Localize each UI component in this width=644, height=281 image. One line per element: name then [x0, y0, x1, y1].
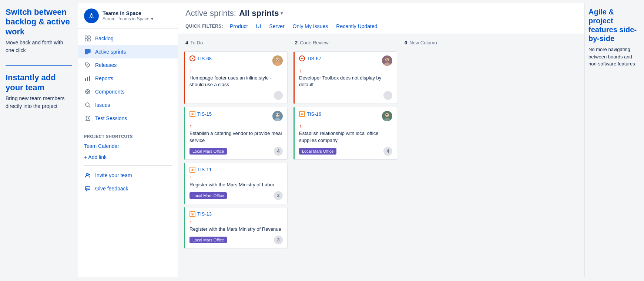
sidebar-item-backlog[interactable]: Backlog — [78, 32, 178, 45]
sidebar: Teams in Space Scrum: Teams in Space ▾ — [78, 3, 178, 277]
card-tis-11[interactable]: ◉ TIS-11 ↑ Register with the Mars Minist… — [184, 163, 288, 204]
sidebar-item-active-sprints-label: Active sprints — [95, 49, 126, 55]
filter-recently-updated[interactable]: Recently Updated — [335, 23, 379, 30]
column-new-header: 0 New Column — [403, 40, 492, 48]
sidebar-item-components[interactable]: Components — [78, 85, 178, 98]
card-tis-15-label: Local Mars Office — [189, 148, 227, 155]
nav-divider-1 — [84, 128, 172, 128]
card-tis-15-priority-icon: ↑ — [189, 123, 192, 129]
add-link-button[interactable]: + Add link — [78, 152, 178, 162]
reports-icon — [84, 75, 91, 82]
card-tis-16-id: TIS-16 — [307, 111, 321, 117]
svg-rect-3 — [88, 36, 90, 38]
card-tis-68-scroll-indicator — [274, 91, 283, 100]
card-tis-67-id-row: ● TIS-67 — [299, 55, 321, 61]
card-tis-68-title: Homepage footer uses an inline style - s… — [189, 75, 283, 88]
board-title: Active sprints: All sprints ▾ — [185, 9, 577, 18]
sidebar-item-invite-team-label: Invite your team — [95, 172, 132, 178]
test-sessions-icon — [84, 115, 91, 122]
annotation-team-title: Instantly add your team — [6, 73, 72, 92]
card-tis-16[interactable]: ◉ TIS-16 — [294, 107, 397, 159]
card-tis-16-title: Establish relationship with local office… — [299, 130, 392, 143]
project-type-dropdown-icon[interactable]: ▾ — [151, 16, 153, 21]
sidebar-item-active-sprints[interactable]: Active sprints — [78, 45, 178, 58]
card-tis-15[interactable]: ◉ TIS-15 — [184, 107, 288, 159]
annotation-divider-1 — [6, 65, 72, 66]
card-tis-16-type-icon: ◉ — [299, 111, 305, 117]
card-tis-13-title: Register with the Mars Ministry of Reven… — [189, 226, 283, 233]
card-tis-13-badge: 3 — [274, 236, 283, 244]
sprints-dropdown-icon[interactable]: ▾ — [281, 11, 283, 16]
svg-point-44 — [386, 114, 387, 115]
card-tis-13[interactable]: ◉ TIS-13 ↑ Register with the Mars Minist… — [184, 207, 288, 248]
card-tis-67-id: TIS-67 — [307, 56, 321, 61]
card-tis-68-top: ● TIS-68 — [189, 55, 283, 66]
card-tis-13-priority-icon: ↑ — [189, 219, 192, 224]
active-sprints-icon — [84, 48, 91, 55]
card-tis-15-avatar — [272, 111, 283, 121]
column-new-count: 0 — [405, 40, 407, 45]
svg-rect-5 — [88, 39, 90, 41]
column-todo: 4 To Do ● TIS-68 — [184, 40, 288, 248]
sidebar-item-test-sessions[interactable]: Test Sessions — [78, 112, 178, 125]
project-name: Teams in Space — [103, 10, 153, 16]
card-tis-16-top: ◉ TIS-16 — [299, 111, 392, 121]
column-code-review-header: 2 Code Review — [294, 40, 397, 48]
add-link-label: + Add link — [84, 154, 107, 160]
project-type: Scrum: Teams in Space ▾ — [103, 16, 153, 21]
svg-rect-2 — [85, 36, 87, 38]
card-tis-15-badge: 4 — [274, 147, 283, 156]
right-annotation-title: Agile & project features side-by-side — [588, 7, 640, 43]
sidebar-item-releases-label: Releases — [95, 62, 117, 68]
right-annotation-panel: Agile & project features side-by-side No… — [585, 0, 644, 75]
annotation-team: Instantly add your team Bring new team m… — [6, 73, 72, 110]
board-title-value: All sprints ▾ — [239, 9, 283, 18]
filter-product[interactable]: Product — [228, 23, 249, 30]
sidebar-shortcut-team-calendar[interactable]: Team Calendar — [78, 140, 178, 152]
annotation-team-text: Bring new team members directly into the… — [6, 95, 72, 110]
right-annotation-text: No more navigating between boards and no… — [588, 46, 640, 68]
svg-point-27 — [276, 58, 279, 61]
sidebar-item-releases[interactable]: Releases — [78, 58, 178, 72]
sidebar-item-invite-team[interactable]: Invite your team — [78, 169, 178, 182]
card-tis-67-scroll-indicator — [383, 91, 392, 100]
card-tis-13-id: TIS-13 — [197, 211, 212, 217]
svg-point-23 — [86, 188, 87, 189]
card-tis-67-title: Developer Toolbox does not display by de… — [299, 75, 392, 88]
card-tis-68-type-icon: ● — [189, 55, 195, 61]
svg-point-24 — [87, 188, 88, 189]
project-info: Teams in Space Scrum: Teams in Space ▾ — [103, 10, 153, 21]
svg-point-40 — [388, 59, 388, 60]
svg-point-13 — [87, 91, 88, 92]
filter-ui[interactable]: UI — [254, 23, 262, 30]
filter-only-my-issues[interactable]: Only My Issues — [291, 23, 330, 30]
give-feedback-icon — [84, 185, 91, 192]
card-tis-67-type-icon: ● — [299, 55, 305, 61]
card-tis-11-id: TIS-11 — [197, 167, 212, 172]
svg-point-34 — [276, 114, 277, 115]
card-tis-13-label: Local Mars Office — [189, 237, 227, 243]
sidebar-item-give-feedback-label: Give feedback — [95, 186, 128, 192]
sidebar-item-issues[interactable]: Issues — [78, 98, 178, 112]
svg-rect-11 — [89, 76, 90, 81]
card-tis-68-id-row: ● TIS-68 — [189, 55, 212, 61]
card-tis-16-priority-icon: ↑ — [299, 123, 302, 129]
annotation-backlog: Switch between backlog & active work Mov… — [6, 7, 72, 54]
svg-point-39 — [386, 59, 387, 60]
sidebar-item-reports[interactable]: Reports — [78, 72, 178, 85]
sidebar-item-give-feedback[interactable]: Give feedback — [78, 182, 178, 195]
sidebar-item-reports-label: Reports — [95, 75, 113, 81]
card-tis-67[interactable]: ● TIS-67 — [294, 51, 397, 104]
card-tis-68[interactable]: ● TIS-68 — [184, 51, 288, 104]
card-tis-11-title: Register with the Mars Ministry of Labor — [189, 182, 283, 188]
card-tis-11-details: Local Mars Office 3 — [189, 191, 283, 200]
card-tis-16-badge: 4 — [383, 147, 392, 156]
svg-point-30 — [278, 59, 279, 60]
sidebar-nav: Backlog Active sprints — [78, 29, 178, 198]
filter-server[interactable]: Server — [268, 23, 286, 30]
main-container: Teams in Space Scrum: Teams in Space ▾ — [78, 3, 585, 277]
column-new-title: New Column — [409, 40, 437, 45]
sidebar-header: Teams in Space Scrum: Teams in Space ▾ — [78, 3, 178, 29]
sidebar-item-issues-label: Issues — [95, 102, 110, 108]
svg-point-45 — [388, 114, 388, 115]
